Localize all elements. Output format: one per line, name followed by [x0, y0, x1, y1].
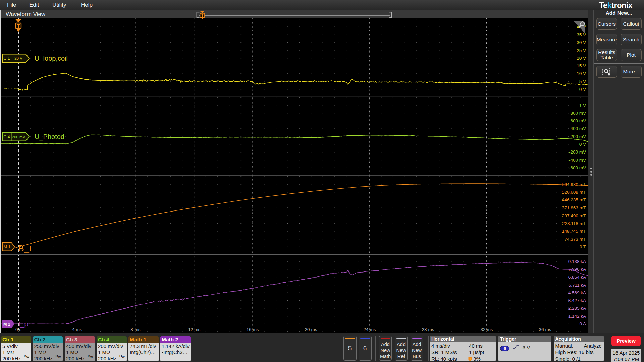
svg-text:0 V: 0 V [579, 87, 586, 92]
svg-text:C 1: C 1 [3, 56, 10, 61]
svg-text:U_loop,coil: U_loop,coil [35, 55, 68, 62]
svg-text:600 mV: 600 mV [570, 118, 586, 123]
svg-text:4 ms: 4 ms [72, 327, 82, 332]
svg-text:7.996 kA: 7.996 kA [568, 267, 586, 272]
svg-text:T: T [201, 13, 204, 17]
svg-text:20 V: 20 V [577, 56, 586, 61]
svg-text:5 V: 5 V [579, 79, 586, 84]
svg-text:297.490 mT: 297.490 mT [562, 213, 586, 218]
svg-text:1.142 kA: 1.142 kA [568, 314, 586, 319]
svg-text:4.569 kA: 4.569 kA [568, 290, 586, 295]
svg-text:T: T [17, 23, 20, 29]
svg-text:200 mV: 200 mV [12, 135, 25, 139]
svg-text:223.118 mT: 223.118 mT [562, 221, 586, 226]
svg-text:0 s: 0 s [15, 327, 21, 332]
svg-text:8 ms: 8 ms [130, 327, 141, 332]
svg-text:0 T: 0 T [580, 244, 586, 249]
svg-text:T: T [469, 357, 471, 360]
svg-text:9.138 kA: 9.138 kA [568, 259, 586, 264]
svg-text:C 4: C 4 [3, 135, 10, 139]
svg-text:446.235 mT: 446.235 mT [562, 197, 586, 202]
svg-text:0 V: 0 V [579, 142, 586, 147]
svg-text:16 ms: 16 ms [247, 327, 259, 332]
svg-text:B_t: B_t [18, 243, 32, 253]
svg-text:74.373 mT: 74.373 mT [564, 237, 586, 242]
svg-text:-600 mV: -600 mV [569, 165, 586, 170]
svg-text:32 ms: 32 ms [481, 327, 493, 332]
svg-text:M 2: M 2 [3, 322, 10, 327]
svg-text:5.711 kA: 5.711 kA [569, 283, 586, 288]
svg-text:3.427 kA: 3.427 kA [568, 298, 586, 303]
svg-text:400 mV: 400 mV [570, 126, 586, 131]
svg-text:20 ms: 20 ms [305, 327, 317, 332]
svg-text:24 ms: 24 ms [364, 327, 376, 332]
svg-text:148.745 mT: 148.745 mT [562, 229, 586, 234]
svg-text:25 V: 25 V [577, 48, 586, 53]
svg-text:35 V: 35 V [577, 32, 586, 37]
svg-text:10 V: 10 V [577, 71, 586, 76]
svg-text:594.980 mT: 594.980 mT [562, 182, 586, 187]
svg-text:2.285 kA: 2.285 kA [568, 306, 586, 311]
svg-text:U_Photod: U_Photod [35, 133, 64, 141]
svg-text:800 mV: 800 mV [570, 111, 586, 116]
svg-text:1 V: 1 V [579, 103, 586, 108]
svg-text:0 A: 0 A [579, 321, 586, 326]
svg-text:371.863 mT: 371.863 mT [562, 205, 586, 210]
svg-text:M 1: M 1 [4, 245, 11, 249]
svg-text:30 V: 30 V [577, 40, 586, 45]
svg-text:I_p: I_p [18, 320, 28, 328]
svg-text:6.854 kA: 6.854 kA [568, 275, 586, 280]
svg-text:520.608 mT: 520.608 mT [562, 190, 586, 195]
svg-text:15 V: 15 V [577, 63, 586, 68]
svg-text:12 ms: 12 ms [188, 327, 201, 332]
svg-text:-400 mV: -400 mV [569, 158, 586, 163]
svg-text:20 V: 20 V [14, 56, 22, 60]
svg-text:-200 mV: -200 mV [569, 149, 586, 155]
svg-text:28 ms: 28 ms [422, 327, 434, 332]
svg-text:200 mV: 200 mV [570, 134, 586, 139]
svg-text:36 ms: 36 ms [539, 327, 551, 332]
